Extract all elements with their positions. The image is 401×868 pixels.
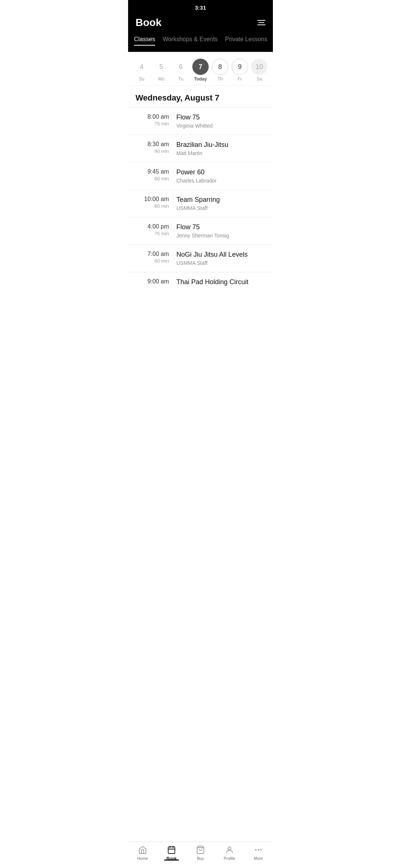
- status-time: 3:31: [195, 4, 206, 11]
- nav-label-more: More: [254, 856, 263, 861]
- svg-rect-0: [168, 847, 175, 854]
- date-num-4: 4: [133, 59, 150, 75]
- status-bar: 3:31: [128, 0, 273, 14]
- class-time-5: 4:00 pm 75 min: [136, 223, 176, 236]
- header: Book: [128, 14, 273, 34]
- nav-label-buy: Buy: [197, 856, 204, 861]
- filter-button[interactable]: [257, 20, 265, 25]
- tab-workshops[interactable]: Workshops & Events: [163, 34, 218, 46]
- nav-active-indicator: [164, 859, 179, 861]
- class-time-1: 8:00 am 75 min: [136, 114, 176, 126]
- date-label-today: Today: [194, 76, 207, 82]
- date-num-10: 10: [251, 59, 267, 75]
- date-label-th: Th: [218, 76, 223, 82]
- class-info-5: Flow 75 Jenny Sherman Tonsig: [176, 223, 265, 239]
- filter-line-1: [257, 20, 265, 21]
- class-info-7: Thai Pad Holding Circuit: [176, 278, 265, 287]
- date-item-7[interactable]: 7 Today: [192, 59, 209, 82]
- tabs-bar: Classes Workshops & Events Private Lesso…: [128, 34, 273, 52]
- class-item-4[interactable]: 10:00 am 60 min Team Sparring USMMA Staf…: [128, 190, 273, 217]
- class-item-3[interactable]: 9:45 am 60 min Power 60 Charles Labrador: [128, 162, 273, 190]
- date-num-8: 8: [212, 59, 228, 75]
- class-info-6: NoGi Jiu Jitsu All Levels USMMA Staff: [176, 251, 265, 266]
- class-item-5[interactable]: 4:00 pm 75 min Flow 75 Jenny Sherman Ton…: [128, 217, 273, 244]
- tab-private-lessons[interactable]: Private Lessons: [225, 34, 267, 46]
- date-item-10[interactable]: 10 Sa: [250, 59, 268, 82]
- date-label-sa: Sa: [257, 76, 262, 82]
- date-label-tu: Tu: [178, 76, 183, 82]
- bottom-nav: Home Book Buy Profile: [128, 842, 273, 868]
- nav-item-home[interactable]: Home: [128, 845, 157, 861]
- svg-point-3: [255, 849, 257, 851]
- filter-line-3: [257, 24, 265, 25]
- class-info-1: Flow 75 Virginia Whitted: [176, 114, 265, 129]
- class-list: 8:00 am 75 min Flow 75 Virginia Whitted …: [128, 107, 273, 293]
- nav-item-more[interactable]: More: [244, 845, 273, 861]
- nav-item-buy[interactable]: Buy: [186, 845, 215, 861]
- filter-line-2: [258, 22, 264, 23]
- nav-label-home: Home: [137, 856, 148, 861]
- more-icon: [254, 845, 263, 855]
- header-title: Book: [136, 17, 162, 29]
- home-icon: [138, 845, 147, 855]
- date-num-5: 5: [153, 59, 169, 75]
- profile-icon: [225, 845, 234, 855]
- svg-point-2: [228, 847, 231, 850]
- book-icon: [167, 845, 176, 855]
- class-time-7: 9:00 am: [136, 278, 176, 286]
- class-item-2[interactable]: 8:30 am 90 min Brazilian Jiu-Jitsu Matt …: [128, 135, 273, 162]
- date-strip: 4 Su 5 Mo 6 Tu 7 Today 8 Th 9 Fr 10 Sa: [128, 52, 273, 86]
- buy-icon: [196, 845, 205, 855]
- date-num-6: 6: [173, 59, 189, 75]
- date-num-7: 7: [192, 59, 209, 75]
- class-item-6[interactable]: 7:00 am 60 min NoGi Jiu Jitsu All Levels…: [128, 244, 273, 272]
- tab-classes[interactable]: Classes: [134, 34, 155, 46]
- class-item-1[interactable]: 8:00 am 75 min Flow 75 Virginia Whitted: [128, 107, 273, 135]
- class-item-7[interactable]: 9:00 am Thai Pad Holding Circuit: [128, 272, 273, 293]
- class-time-3: 9:45 am 60 min: [136, 168, 176, 181]
- svg-point-5: [260, 849, 262, 851]
- class-time-2: 8:30 am 90 min: [136, 141, 176, 154]
- svg-point-4: [258, 849, 259, 851]
- class-info-3: Power 60 Charles Labrador: [176, 168, 265, 184]
- class-info-4: Team Sparring USMMA Staff: [176, 196, 265, 211]
- date-item-6[interactable]: 6 Tu: [172, 59, 190, 82]
- schedule-date-heading: Wednesday, August 7: [128, 86, 273, 107]
- nav-label-profile: Profile: [224, 856, 235, 861]
- class-time-4: 10:00 am 60 min: [136, 196, 176, 209]
- class-info-2: Brazilian Jiu-Jitsu Matt Martin: [176, 141, 265, 156]
- date-label-fr: Fr: [238, 76, 242, 82]
- date-item-5[interactable]: 5 Mo: [152, 59, 170, 82]
- date-num-9: 9: [232, 59, 248, 75]
- class-time-6: 7:00 am 60 min: [136, 251, 176, 264]
- date-label-mo: Mo: [158, 76, 164, 82]
- date-label-su: Su: [139, 76, 144, 82]
- date-item-4[interactable]: 4 Su: [133, 59, 150, 82]
- date-item-9[interactable]: 9 Fr: [231, 59, 249, 82]
- date-item-8[interactable]: 8 Th: [211, 59, 229, 82]
- nav-item-profile[interactable]: Profile: [215, 845, 244, 861]
- nav-item-book[interactable]: Book: [157, 845, 186, 861]
